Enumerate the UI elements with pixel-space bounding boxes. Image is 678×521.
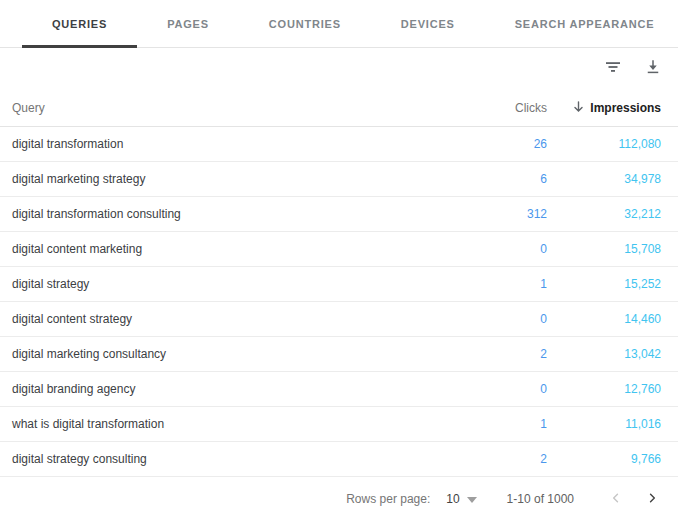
table-row[interactable]: digital marketing consultancy 2 13,042: [0, 337, 678, 372]
column-header-impressions-label: Impressions: [590, 101, 661, 115]
rows-per-page-select[interactable]: 10: [446, 492, 476, 506]
query-cell[interactable]: what is digital transformation: [0, 417, 444, 431]
impressions-cell: 34,978: [564, 172, 678, 186]
query-cell[interactable]: digital marketing consultancy: [0, 347, 444, 361]
download-icon: [644, 58, 662, 79]
clicks-cell: 0: [444, 242, 564, 256]
filter-icon: [604, 58, 622, 79]
query-cell[interactable]: digital branding agency: [0, 382, 444, 396]
clicks-cell: 2: [444, 347, 564, 361]
impressions-cell: 13,042: [564, 347, 678, 361]
impressions-cell: 112,080: [564, 137, 678, 151]
column-header-impressions[interactable]: Impressions: [564, 100, 678, 116]
download-button[interactable]: [640, 56, 666, 82]
impressions-cell: 14,460: [564, 312, 678, 326]
tab-devices[interactable]: DEVICES: [371, 0, 485, 47]
query-cell[interactable]: digital content marketing: [0, 242, 444, 256]
table-row[interactable]: digital strategy 1 15,252: [0, 267, 678, 302]
clicks-cell: 2: [444, 452, 564, 466]
table-row[interactable]: digital content marketing 0 15,708: [0, 232, 678, 267]
pagination-range-label: 1-10 of 1000: [507, 492, 574, 506]
tab-countries[interactable]: COUNTRIES: [239, 0, 371, 47]
tab-search-appearance[interactable]: SEARCH APPEARANCE: [485, 0, 678, 47]
table-row[interactable]: digital strategy consulting 2 9,766: [0, 442, 678, 477]
clicks-cell: 312: [444, 207, 564, 221]
query-cell[interactable]: digital transformation: [0, 137, 444, 151]
query-cell[interactable]: digital content strategy: [0, 312, 444, 326]
table-toolbar: [0, 48, 678, 89]
query-cell[interactable]: digital transformation consulting: [0, 207, 444, 221]
pagination-bar: Rows per page: 10 1-10 of 1000: [0, 477, 678, 521]
table-row[interactable]: what is digital transformation 1 11,016: [0, 407, 678, 442]
clicks-cell: 1: [444, 277, 564, 291]
clicks-cell: 26: [444, 137, 564, 151]
table-body: digital transformation 26 112,080 digita…: [0, 127, 678, 477]
column-header-query: Query: [0, 101, 444, 115]
search-console-performance-panel: QUERIES PAGES COUNTRIES DEVICES SEARCH A…: [0, 0, 678, 521]
clicks-cell: 0: [444, 382, 564, 396]
report-tabs: QUERIES PAGES COUNTRIES DEVICES SEARCH A…: [0, 0, 678, 48]
chevron-left-icon: [609, 491, 623, 508]
chevron-right-icon: [645, 491, 659, 508]
impressions-cell: 12,760: [564, 382, 678, 396]
dropdown-caret-icon: [467, 492, 477, 506]
table-row[interactable]: digital transformation 26 112,080: [0, 127, 678, 162]
clicks-cell: 1: [444, 417, 564, 431]
sort-arrow-down-icon: [572, 100, 585, 116]
table-row[interactable]: digital content strategy 0 14,460: [0, 302, 678, 337]
impressions-cell: 32,212: [564, 207, 678, 221]
impressions-cell: 15,708: [564, 242, 678, 256]
table-row[interactable]: digital branding agency 0 12,760: [0, 372, 678, 407]
impressions-cell: 9,766: [564, 452, 678, 466]
table-row[interactable]: digital marketing strategy 6 34,978: [0, 162, 678, 197]
next-page-button[interactable]: [640, 487, 664, 511]
rows-per-page-label: Rows per page:: [346, 492, 430, 506]
query-cell[interactable]: digital strategy consulting: [0, 452, 444, 466]
rows-per-page-value: 10: [446, 492, 459, 506]
previous-page-button[interactable]: [604, 487, 628, 511]
table-header-row: Query Clicks Impressions: [0, 89, 678, 127]
impressions-cell: 11,016: [564, 417, 678, 431]
tab-pages[interactable]: PAGES: [137, 0, 239, 47]
filter-button[interactable]: [600, 56, 626, 82]
query-cell[interactable]: digital strategy: [0, 277, 444, 291]
clicks-cell: 6: [444, 172, 564, 186]
tab-queries[interactable]: QUERIES: [22, 0, 137, 47]
clicks-cell: 0: [444, 312, 564, 326]
impressions-cell: 15,252: [564, 277, 678, 291]
column-header-clicks[interactable]: Clicks: [444, 101, 564, 115]
query-cell[interactable]: digital marketing strategy: [0, 172, 444, 186]
table-row[interactable]: digital transformation consulting 312 32…: [0, 197, 678, 232]
